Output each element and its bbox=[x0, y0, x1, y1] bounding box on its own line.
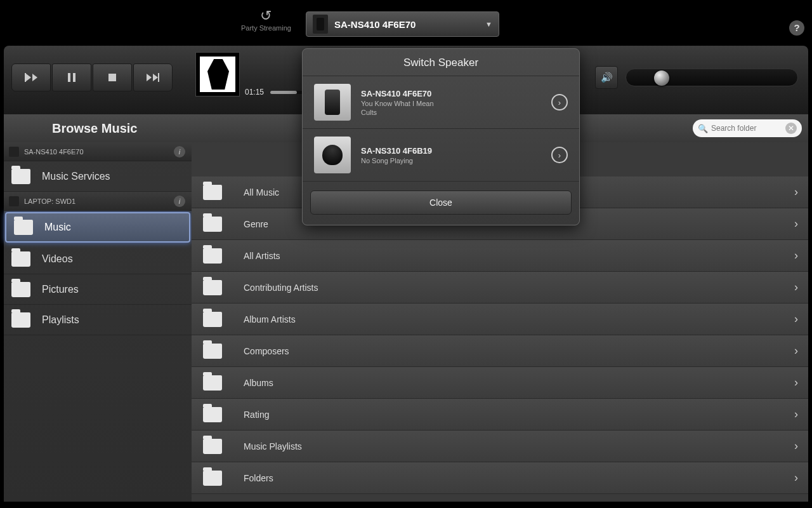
party-label: Party Streaming bbox=[241, 24, 291, 32]
folder-label: Folders bbox=[244, 473, 273, 483]
folder-icon bbox=[203, 344, 222, 359]
folder-icon bbox=[14, 220, 33, 235]
volume-button[interactable]: 🔊 bbox=[595, 66, 618, 89]
folder-label: All Music bbox=[244, 187, 279, 197]
folder-row[interactable]: Album Artists› bbox=[192, 304, 808, 335]
server-name-1: SA-NS410 4F6E70 bbox=[24, 148, 84, 156]
speaker-thumb-icon bbox=[314, 137, 351, 173]
folder-icon bbox=[203, 439, 222, 454]
speaker-row[interactable]: SA-NS310 4F6B19 No Song Playing › bbox=[303, 129, 579, 182]
chevron-right-icon: › bbox=[794, 471, 798, 485]
folder-icon bbox=[203, 217, 222, 232]
speaker-go-icon[interactable]: › bbox=[551, 147, 568, 163]
sidebar-label: Music bbox=[44, 222, 71, 233]
folder-icon bbox=[11, 282, 30, 297]
album-art bbox=[195, 52, 240, 97]
info-icon[interactable]: i bbox=[174, 196, 185, 207]
chevron-right-icon: › bbox=[794, 344, 798, 358]
sidebar-label: Music Services bbox=[42, 171, 110, 182]
elapsed-time: 01:15 bbox=[245, 88, 264, 97]
speaker-artist: Cults bbox=[361, 109, 434, 116]
folder-label: Rating bbox=[244, 410, 269, 420]
folder-row[interactable]: Music Playlists› bbox=[192, 431, 808, 462]
search-input[interactable] bbox=[711, 124, 785, 133]
folder-icon bbox=[203, 280, 222, 295]
help-button[interactable]: ? bbox=[789, 20, 804, 36]
chevron-right-icon: › bbox=[794, 249, 798, 262]
sidebar: SA-NS410 4F6E70 i Music Services LAPTOP:… bbox=[4, 142, 192, 502]
prev-button[interactable] bbox=[11, 64, 51, 91]
svg-rect-2 bbox=[108, 74, 116, 81]
sidebar-label: Playlists bbox=[42, 314, 79, 326]
popup-title: Switch Speaker bbox=[303, 49, 579, 76]
svg-rect-0 bbox=[68, 73, 70, 82]
info-icon[interactable]: i bbox=[174, 146, 185, 157]
folder-row[interactable]: Contributing Artists› bbox=[192, 272, 808, 304]
server-name-2: LAPTOP: SWD1 bbox=[24, 197, 75, 205]
speaker-name: SA-NS410 4F6E70 bbox=[361, 89, 434, 98]
clear-search-icon[interactable]: ✕ bbox=[785, 123, 797, 134]
speaker-thumb-icon bbox=[314, 84, 351, 121]
speaker-go-icon[interactable]: › bbox=[551, 94, 568, 110]
folder-icon bbox=[203, 185, 222, 200]
chevron-right-icon: › bbox=[794, 185, 798, 199]
folder-row[interactable]: Composers› bbox=[192, 335, 808, 367]
chevron-right-icon: › bbox=[794, 217, 798, 231]
laptop-mini-icon bbox=[9, 196, 19, 206]
folder-label: Music Playlists bbox=[244, 441, 302, 451]
search-box[interactable]: 🔍 ✕ bbox=[693, 119, 802, 137]
sidebar-item-music-services[interactable]: Music Services bbox=[4, 161, 192, 192]
stop-button[interactable] bbox=[93, 64, 132, 91]
folder-icon bbox=[203, 248, 222, 264]
next-button[interactable] bbox=[133, 64, 173, 91]
sidebar-label: Pictures bbox=[42, 284, 79, 295]
volume-knob[interactable] bbox=[654, 70, 669, 86]
chevron-right-icon: › bbox=[794, 408, 798, 421]
party-streaming-button[interactable]: ↺ Party Streaming bbox=[241, 8, 291, 32]
folder-row[interactable]: Albums› bbox=[192, 367, 808, 399]
folder-label: Composers bbox=[244, 346, 289, 356]
browse-title: Browse Music bbox=[52, 121, 137, 136]
close-button[interactable]: Close bbox=[310, 190, 572, 215]
folder-row[interactable]: Rating› bbox=[192, 399, 808, 431]
folder-row[interactable]: All Artists› bbox=[192, 240, 808, 272]
sidebar-item-pictures[interactable]: Pictures bbox=[4, 274, 192, 305]
dropdown-icon: ▼ bbox=[485, 20, 492, 28]
svg-rect-1 bbox=[73, 73, 75, 82]
sidebar-item-videos[interactable]: Videos bbox=[4, 244, 192, 274]
sidebar-item-playlists[interactable]: Playlists bbox=[4, 305, 192, 335]
switch-speaker-popup: Switch Speaker SA-NS410 4F6E70 You Know … bbox=[302, 48, 580, 225]
search-icon: 🔍 bbox=[698, 124, 708, 133]
chevron-right-icon: › bbox=[794, 312, 798, 326]
folder-icon bbox=[11, 251, 30, 267]
folder-label: Contributing Artists bbox=[244, 283, 318, 293]
chevron-right-icon: › bbox=[794, 439, 798, 453]
chevron-right-icon: › bbox=[794, 281, 798, 294]
folder-label: Genre bbox=[244, 219, 268, 229]
folder-icon bbox=[203, 407, 222, 422]
folder-icon bbox=[203, 375, 222, 391]
server-header-2[interactable]: LAPTOP: SWD1 i bbox=[4, 192, 192, 211]
sidebar-item-music[interactable]: Music bbox=[5, 212, 190, 243]
speaker-mini-icon bbox=[9, 147, 19, 157]
speaker-icon bbox=[313, 15, 328, 34]
speaker-track: You Know What I Mean bbox=[361, 100, 434, 107]
folder-icon bbox=[203, 312, 222, 327]
sidebar-label: Videos bbox=[42, 253, 73, 265]
chevron-right-icon: › bbox=[794, 376, 798, 389]
speaker-row[interactable]: SA-NS410 4F6E70 You Know What I Mean Cul… bbox=[303, 76, 579, 129]
folder-icon bbox=[11, 169, 30, 184]
folder-label: Albums bbox=[244, 378, 273, 388]
device-name: SA-NS410 4F6E70 bbox=[334, 19, 485, 30]
server-header-1[interactable]: SA-NS410 4F6E70 i bbox=[4, 142, 192, 161]
volume-slider[interactable] bbox=[625, 69, 798, 86]
party-icon: ↺ bbox=[241, 8, 291, 24]
folder-icon bbox=[203, 471, 222, 486]
device-selector[interactable]: SA-NS410 4F6E70 ▼ bbox=[306, 11, 499, 37]
folder-row[interactable]: Folders› bbox=[192, 462, 808, 494]
folder-label: Album Artists bbox=[244, 314, 296, 324]
folder-icon bbox=[11, 312, 30, 328]
speaker-status: No Song Playing bbox=[361, 157, 432, 164]
folder-label: All Artists bbox=[244, 251, 280, 261]
pause-button[interactable] bbox=[52, 64, 91, 91]
